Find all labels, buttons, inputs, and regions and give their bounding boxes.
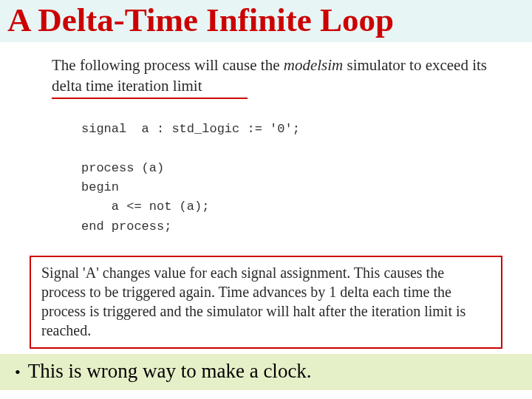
bullet-item: • This is wrong way to make a clock. xyxy=(10,360,522,383)
bullet-text: This is wrong way to make a clock. xyxy=(28,360,312,383)
intro-italic: modelsim xyxy=(284,56,344,74)
bullet-dot-icon: • xyxy=(10,364,21,381)
code-block: signal a : std_logic := '0'; process (a)… xyxy=(81,120,495,236)
intro-pre: The following process will cause the xyxy=(52,56,284,74)
title-band: A Delta-Time Infinite Loop xyxy=(0,0,532,42)
explanation-text: Signal 'A' changes value for each signal… xyxy=(41,263,491,340)
explanation-box: Signal 'A' changes value for each signal… xyxy=(30,256,502,349)
body-area: The following process will cause the mod… xyxy=(0,42,532,236)
slide-container: A Delta-Time Infinite Loop The following… xyxy=(0,0,532,399)
intro-paragraph: The following process will cause the mod… xyxy=(52,55,495,96)
bottom-band: • This is wrong way to make a clock. xyxy=(0,354,532,390)
slide-title: A Delta-Time Infinite Loop xyxy=(7,3,525,38)
underline-bar xyxy=(52,98,248,99)
